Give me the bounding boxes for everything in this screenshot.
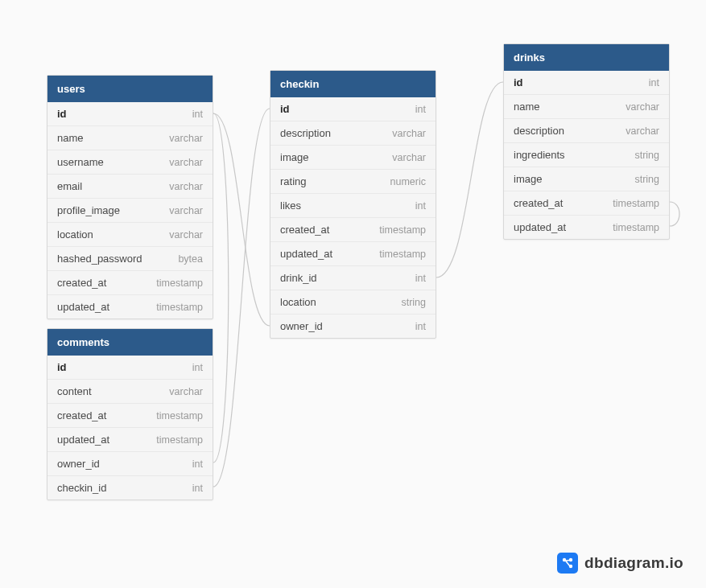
table-row[interactable]: drink_idint [270, 265, 436, 290]
watermark: dbdiagram.io [557, 553, 683, 574]
table-row[interactable]: locationstring [270, 290, 436, 314]
column-type: int [415, 321, 426, 332]
table-row[interactable]: ratingnumeric [270, 169, 436, 193]
column-type: varchar [169, 157, 203, 168]
column-name: profile_image [57, 204, 120, 216]
table-row[interactable]: hashed_passwordbytea [47, 246, 213, 270]
column-type: varchar [169, 181, 203, 192]
table-checkin[interactable]: checkin idintdescriptionvarcharimagevarc… [270, 70, 436, 339]
column-type: timestamp [156, 434, 203, 446]
table-row[interactable]: checkin_idint [47, 475, 213, 500]
table-row[interactable]: namevarchar [47, 125, 213, 150]
column-type: int [192, 483, 203, 494]
column-name: checkin_id [57, 482, 106, 494]
column-name: drink_id [280, 272, 317, 284]
column-type: timestamp [613, 198, 659, 209]
table-row[interactable]: idint [270, 97, 436, 121]
table-row[interactable]: owner_idint [47, 451, 213, 475]
table-drinks[interactable]: drinks idintnamevarchardescriptionvarcha… [503, 43, 670, 240]
column-type: timestamp [156, 410, 203, 421]
column-name: rating [280, 175, 307, 187]
column-type: varchar [392, 128, 426, 139]
column-type: varchar [625, 101, 659, 113]
column-type: int [192, 109, 203, 120]
column-name: id [280, 103, 290, 115]
table-body-checkin: idintdescriptionvarcharimagevarcharratin… [270, 97, 436, 338]
table-body-comments: idintcontentvarcharcreated_attimestampup… [47, 356, 213, 500]
column-type: numeric [390, 176, 426, 187]
table-header-checkin: checkin [270, 71, 436, 97]
column-name: owner_id [57, 458, 100, 470]
column-type: timestamp [379, 249, 426, 260]
column-name: image [280, 151, 308, 163]
table-row[interactable]: namevarchar [504, 94, 669, 118]
column-type: timestamp [156, 302, 203, 313]
column-name: name [514, 101, 540, 113]
column-name: content [57, 385, 92, 397]
table-row[interactable]: idint [47, 102, 213, 125]
column-name: hashed_password [57, 253, 142, 265]
column-type: timestamp [379, 224, 426, 236]
table-row[interactable]: imagestring [504, 167, 669, 191]
table-row[interactable]: imagevarchar [270, 145, 436, 169]
column-name: ingredients [514, 149, 565, 161]
column-type: varchar [169, 205, 203, 216]
table-row[interactable]: contentvarchar [47, 379, 213, 403]
column-type: int [415, 104, 426, 115]
column-name: name [57, 132, 84, 144]
table-row[interactable]: updated_attimestamp [47, 294, 213, 319]
table-comments[interactable]: comments idintcontentvarcharcreated_atti… [47, 328, 213, 500]
table-row[interactable]: idint [504, 71, 669, 94]
column-name: created_at [57, 409, 106, 421]
column-name: id [57, 108, 67, 120]
column-name: location [57, 228, 93, 241]
table-row[interactable]: profile_imagevarchar [47, 198, 213, 222]
column-name: updated_at [57, 301, 109, 313]
column-type: int [415, 273, 426, 284]
table-row[interactable]: locationvarchar [47, 222, 213, 246]
column-name: description [514, 125, 564, 137]
column-type: varchar [625, 125, 659, 137]
table-row[interactable]: created_attimestamp [47, 403, 213, 427]
column-type: timestamp [156, 278, 203, 289]
watermark-text: dbdiagram.io [584, 554, 683, 572]
diagram-canvas: users idintnamevarcharusernamevarcharema… [0, 0, 706, 588]
table-row[interactable]: descriptionvarchar [270, 121, 436, 145]
column-name: created_at [514, 197, 563, 209]
column-type: int [415, 200, 426, 212]
table-users[interactable]: users idintnamevarcharusernamevarcharema… [47, 75, 213, 319]
column-type: int [192, 458, 203, 470]
column-type: timestamp [613, 222, 659, 233]
column-name: username [57, 156, 104, 168]
column-type: varchar [392, 152, 426, 163]
table-row[interactable]: owner_idint [270, 314, 436, 338]
table-row[interactable]: created_attimestamp [504, 191, 669, 215]
column-type: string [401, 297, 426, 308]
column-type: int [649, 77, 659, 88]
table-row[interactable]: created_attimestamp [47, 270, 213, 294]
table-header-users: users [47, 76, 213, 102]
table-row[interactable]: likesint [270, 193, 436, 217]
table-row[interactable]: descriptionvarchar [504, 118, 669, 142]
table-row[interactable]: ingredientsstring [504, 142, 669, 167]
table-row[interactable]: emailvarchar [47, 174, 213, 198]
column-type: varchar [169, 229, 203, 241]
column-type: string [634, 174, 659, 185]
column-name: updated_at [514, 221, 566, 233]
column-name: id [57, 361, 67, 373]
column-type: bytea [178, 253, 203, 265]
column-name: id [514, 76, 523, 88]
table-row[interactable]: updated_attimestamp [504, 215, 669, 239]
table-row[interactable]: updated_attimestamp [47, 427, 213, 451]
column-name: owner_id [280, 320, 323, 332]
table-row[interactable]: idint [47, 356, 213, 379]
column-name: image [514, 173, 542, 185]
dbdiagram-logo-icon [557, 553, 578, 574]
column-name: email [57, 180, 82, 192]
column-type: varchar [169, 386, 203, 397]
table-row[interactable]: created_attimestamp [270, 217, 436, 241]
column-name: created_at [57, 277, 106, 289]
table-row[interactable]: usernamevarchar [47, 150, 213, 174]
table-row[interactable]: updated_attimestamp [270, 241, 436, 265]
table-header-drinks: drinks [504, 44, 669, 71]
